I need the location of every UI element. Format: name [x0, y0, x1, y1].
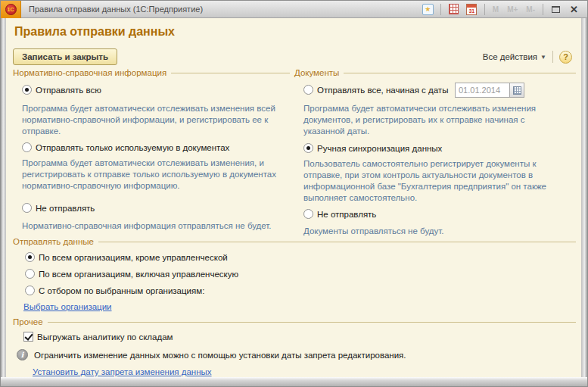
maximize-button[interactable]: [549, 3, 563, 16]
calculator-button[interactable]: [446, 3, 461, 16]
radio-icon: [303, 209, 313, 219]
radio-option[interactable]: Ручная синхронизация данных: [303, 143, 442, 153]
set-restriction-date-link[interactable]: Установить дату запрета изменения данных: [33, 367, 212, 376]
radio-icon: [303, 143, 313, 153]
start-date-field: [455, 83, 524, 98]
all-actions-label: Все действия: [483, 52, 537, 61]
option-description: Программа будет автоматически отслеживат…: [22, 158, 288, 192]
close-button[interactable]: ✕: [567, 3, 581, 16]
memory-m-button[interactable]: M: [490, 5, 501, 14]
option-description: Документы отправляться не будут.: [303, 226, 573, 237]
radio-icon: [25, 269, 35, 279]
radio-icon: [22, 85, 32, 95]
memory-m-plus-button[interactable]: M+: [505, 5, 520, 14]
window-border-right: [581, 18, 587, 386]
calendar-icon: 31: [466, 4, 477, 15]
option-label: По всем организациям, кроме управленческ…: [39, 253, 228, 262]
window-title: Правила отправки данных (1С:Предприятие): [29, 5, 421, 14]
option-label: Отправлять всю: [36, 86, 101, 95]
option-description: Пользователь самостоятельно регистрирует…: [303, 158, 573, 204]
titlebar-separator: [484, 4, 485, 15]
option-label: Отправлять только используемую в докумен…: [36, 143, 229, 152]
option-label: По всем организациям, включая управленче…: [39, 270, 238, 279]
window-border-left: [1, 18, 6, 386]
date-picker-icon: [513, 86, 521, 95]
app-window: 1С Правила отправки данных (1С:Предприят…: [0, 0, 588, 387]
checkbox-icon: [23, 332, 33, 342]
radio-option[interactable]: Не отправлять: [22, 203, 95, 213]
section-title-send-data: Отправлять данные: [13, 237, 94, 246]
star-document-icon: ★: [422, 4, 434, 15]
option-description: Программа будет автоматически отслеживат…: [22, 103, 288, 137]
section-rule: [98, 242, 576, 242]
option-label: С отбором по выбранным организациям:: [39, 286, 204, 295]
section-title-other: Прочее: [13, 317, 43, 326]
help-button[interactable]: ?: [559, 51, 572, 64]
radio-icon: [22, 142, 32, 152]
radio-option[interactable]: Отправлять только используемую в докумен…: [22, 142, 229, 152]
date-picker-button[interactable]: [509, 83, 524, 98]
favorites-button[interactable]: ★: [421, 3, 435, 16]
calendar-button[interactable]: 31: [465, 3, 479, 16]
page-title: Правила отправки данных: [14, 25, 175, 39]
memory-m-minus-button[interactable]: M-: [524, 5, 537, 14]
calculator-icon: [449, 4, 459, 14]
radio-option[interactable]: Отправлять всю: [22, 85, 101, 95]
all-actions-button[interactable]: Все действия ▼: [483, 52, 546, 61]
radio-option[interactable]: По всем организациям, кроме управленческ…: [25, 252, 228, 262]
section-rule: [48, 322, 576, 323]
maximize-icon: [552, 6, 560, 13]
radio-icon: [22, 203, 32, 213]
option-label: Отправлять все, начиная с даты: [317, 86, 448, 95]
info-row: i Ограничить изменение данных можно с по…: [17, 349, 406, 360]
title-bar: 1С Правила отправки данных (1С:Предприят…: [1, 1, 587, 18]
save-and-close-button[interactable]: Записать и закрыть: [13, 48, 117, 65]
option-label: Ручная синхронизация данных: [317, 144, 442, 153]
app-logo-corner: 1С: [1, 1, 21, 18]
section-other: Прочее Выгружать аналитику по складам i …: [13, 317, 576, 326]
select-organizations-link[interactable]: Выбрать организации: [23, 302, 112, 311]
section-send-data: Отправлять данные По всем организациям, …: [13, 237, 576, 246]
section-title-nsi: Нормативно-справочная информация: [13, 68, 166, 77]
close-icon: ✕: [570, 5, 578, 14]
1c-logo-icon: 1С: [5, 4, 17, 15]
titlebar-separator: [543, 4, 543, 15]
commandbar-separator: [552, 51, 553, 63]
command-bar: Записать и закрыть Все действия ▼ ?: [13, 47, 572, 67]
start-date-input[interactable]: [455, 83, 509, 98]
info-icon: i: [17, 349, 28, 360]
radio-option[interactable]: С отбором по выбранным организациям:: [25, 286, 204, 295]
section-rule: [171, 73, 290, 73]
window-border-bottom: [1, 377, 587, 386]
chevron-down-icon: ▼: [540, 54, 546, 61]
option-label: Не отправлять: [317, 210, 376, 219]
option-label: Выгружать аналитику по складам: [37, 332, 173, 342]
option-description: Нормативно-справочная информация отправл…: [22, 220, 288, 232]
checkbox-option[interactable]: Выгружать аналитику по складам: [23, 332, 173, 342]
radio-icon: [25, 252, 35, 262]
radio-icon: [25, 286, 35, 295]
info-text: Ограничить изменение данных можно с помо…: [34, 351, 406, 360]
section-rule: [344, 73, 576, 73]
radio-option[interactable]: По всем организациям, включая управленче…: [25, 269, 238, 279]
radio-option[interactable]: Не отправлять: [303, 209, 376, 219]
titlebar-separator: [440, 4, 441, 15]
radio-option[interactable]: Отправлять все, начиная с даты: [303, 85, 448, 95]
option-label: Не отправлять: [36, 204, 95, 213]
section-title-documents: Документы: [294, 68, 339, 77]
radio-icon: [303, 85, 313, 95]
option-description: Программа будет автоматически отслеживат…: [303, 103, 561, 137]
form-area: Правила отправки данных Записать и закры…: [6, 18, 581, 377]
